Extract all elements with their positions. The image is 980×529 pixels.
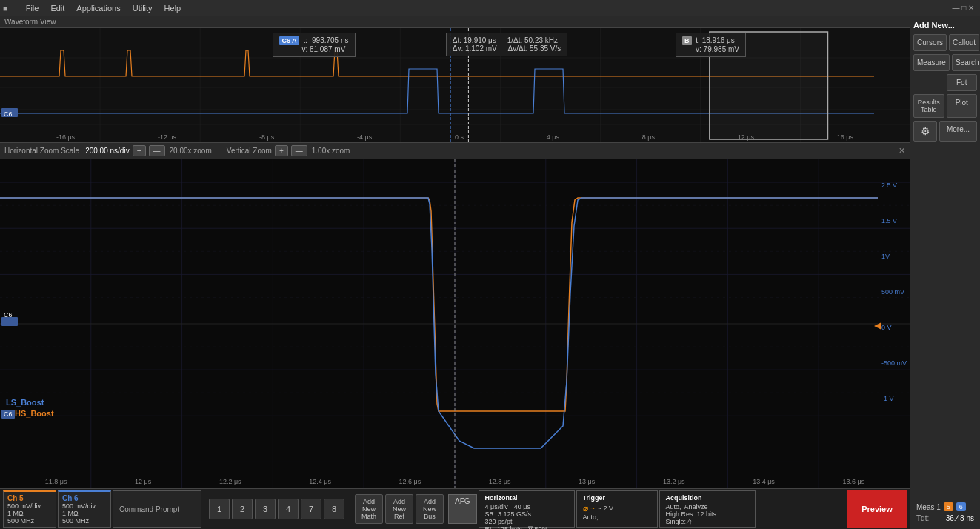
v-zoom-plus[interactable]: + (275, 145, 288, 156)
ch5-box[interactable]: Ch 5 500 mV/div 1 MΩ 500 MHz (3, 490, 56, 528)
ch-num-btns: 1 2 3 4 7 8 (209, 499, 344, 519)
overview-canvas[interactable]: C6 C6 A t: -993.705 ns v: 81.087 mV Δt: … (0, 28, 910, 143)
horizontal-panel: Horizontal 4 μs/div 40 μs SR: 3.125 GS/s… (479, 490, 575, 528)
command-prompt[interactable]: Command Prompt (113, 490, 201, 528)
v-scale-n1: -1 V (881, 395, 907, 402)
add-new-bus-btn[interactable]: Add New Bus (416, 494, 444, 524)
horiz-pts: 320 ps/pt (485, 518, 568, 525)
menu-help[interactable]: Help (159, 2, 187, 14)
ch6-vdiv: 500 mV/div (62, 502, 107, 510)
cmd-prompt-label: Command Prompt (119, 505, 179, 513)
trigger-icon: ⌀ (583, 503, 588, 513)
results-plot-row: Results Table Plot (913, 94, 977, 118)
h-zoom-value: 20.00x zoom (170, 147, 212, 155)
acq-single: Single: ∕↑ (666, 518, 749, 525)
ch5-label: Ch 5 (7, 494, 52, 502)
measure-search-row: Measure Search (913, 54, 977, 71)
measure-btn[interactable]: Measure (913, 54, 950, 71)
menu-edit[interactable]: Edit (44, 2, 70, 14)
t-label-8: 16 μs (837, 133, 853, 141)
osc-area: Waveform View (0, 16, 910, 529)
meas-tdt-value: 36.48 ns (946, 514, 974, 522)
callout-btn[interactable]: Callout (949, 34, 979, 51)
horiz-sr: SR: 3.125 GS/s (485, 510, 568, 518)
ch-btn-8[interactable]: 8 (324, 499, 344, 519)
zoom-bar: Horizontal Zoom Scale 200.00 ns/div + — … (0, 143, 910, 159)
acquisition-panel: Acquisition Auto, Analyze High Res: 12 b… (659, 490, 756, 528)
t-label-3: -4 μs (357, 133, 372, 141)
horiz-record: 40 μs (514, 503, 530, 510)
settings-icon-btn[interactable]: ⚙ (913, 121, 937, 142)
t-label-0: -16 μs (56, 133, 75, 141)
add-new-title: Add New... (913, 19, 977, 31)
ch-btn-3[interactable]: 3 (255, 499, 276, 519)
h-zoom-plus[interactable]: + (133, 145, 146, 156)
main-t-2: 12.2 μs (219, 478, 241, 485)
v-scale-n500m: -500 mV (881, 359, 907, 367)
afg-btn[interactable]: AFG (448, 494, 477, 524)
add-btns: Add New Math Add New Ref Add New Bus (355, 494, 444, 524)
fot-btn[interactable]: Fot (947, 74, 978, 91)
v-scale-0: 0 V (881, 324, 907, 331)
ch6-label: Ch 6 (62, 494, 107, 502)
menu-utility[interactable]: Utility (127, 2, 159, 14)
plot-btn[interactable]: Plot (947, 94, 978, 118)
search-btn[interactable]: Search (952, 54, 980, 71)
c6-badge-text: C6 (1, 410, 15, 419)
ch6-impedance: 1 MΩ (62, 510, 107, 517)
right-panel: Add New... Cursors Callout Measure Searc… (910, 16, 980, 529)
main-t-8: 13.4 μs (753, 478, 775, 485)
v-zoom-minus[interactable]: — (291, 145, 307, 156)
v-scale-1-5: 1.5 V (881, 217, 907, 224)
preview-button[interactable]: Preview (847, 490, 907, 528)
h-scale-value: 200.00 ns/div (85, 147, 130, 155)
ch-btn-1[interactable]: 1 (209, 499, 230, 519)
svg-text:C6: C6 (4, 311, 13, 319)
overview-time-axis: -16 μs -12 μs -8 μs -4 μs 0 s 4 μs 8 μs … (0, 133, 910, 141)
svg-text:C6: C6 (4, 110, 13, 118)
add-new-math-btn[interactable]: Add New Math (355, 494, 383, 524)
t-label-1: -12 μs (158, 133, 176, 141)
v-zoom-label: Vertical Zoom (227, 147, 272, 155)
main-waveform[interactable]: C6 LS_Boost C6 HS_Boost 2.5 V 1.5 V 1V 5… (0, 159, 910, 488)
hs-boost-label: HS_Boost (15, 409, 54, 418)
main-t-1: 12 μs (135, 478, 151, 485)
v-scale-500m: 500 mV (881, 288, 907, 296)
meas-panel: Meas 1 5 6 Tdt: 36.48 ns (913, 499, 977, 526)
main-t-4: 12.6 μs (399, 478, 421, 485)
app-title: ■ (3, 4, 8, 13)
bottom-bar: Ch 5 500 mV/div 1 MΩ 500 MHz Ch 6 500 mV… (0, 488, 910, 529)
main-t-3: 12.4 μs (309, 478, 331, 485)
ch6-box[interactable]: Ch 6 500 mV/div 1 MΩ 500 MHz (58, 490, 111, 528)
t-label-7: 12 μs (738, 133, 754, 141)
main-t-0: 11.8 μs (45, 478, 67, 485)
v-scale-1: 1V (881, 253, 907, 260)
waveform-view-title: Waveform View (4, 18, 56, 26)
ch-btn-2[interactable]: 2 (232, 499, 253, 519)
results-table-btn[interactable]: Results Table (913, 94, 944, 118)
menu-file[interactable]: File (20, 2, 45, 14)
main-t-6: 13 μs (579, 478, 595, 485)
v-zoom-value: 1.00x zoom (312, 147, 350, 155)
ch6-bw: 500 MHz (62, 517, 107, 525)
add-new-ref-btn[interactable]: Add New Ref (385, 494, 413, 524)
menu-applications[interactable]: Applications (70, 2, 126, 14)
t-label-4: 0 s (455, 133, 464, 141)
trigger-wave: ~ (591, 505, 595, 512)
ch-btn-4[interactable]: 4 (278, 499, 299, 519)
meas-tdt-row: Tdt: 36.48 ns (916, 513, 974, 523)
horiz-time-div: 4 μs/div (485, 503, 508, 510)
cursors-callout-row: Cursors Callout (913, 34, 977, 51)
ch5-impedance: 1 MΩ (7, 510, 52, 517)
meas-title: Meas 1 (916, 503, 941, 511)
h-zoom-minus[interactable]: — (149, 145, 165, 156)
more-btn[interactable]: More... (939, 121, 977, 142)
main-t-7: 13.2 μs (663, 478, 685, 485)
close-zoom-icon[interactable]: ✕ (899, 146, 905, 156)
ch-btn-7[interactable]: 7 (301, 499, 321, 519)
cursors-btn[interactable]: Cursors (913, 34, 947, 51)
meas-header: Meas 1 5 6 (916, 502, 974, 511)
fot-row: Fot (913, 74, 977, 91)
menu-bar: ■ File Edit Applications Utility Help — … (0, 0, 980, 16)
trigger-mode: Auto, (583, 513, 651, 521)
